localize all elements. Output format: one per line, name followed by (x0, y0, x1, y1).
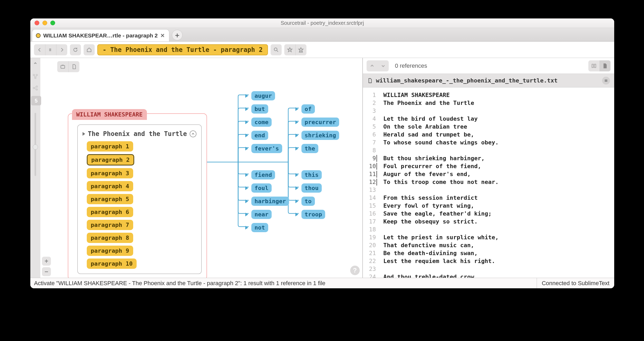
svg-marker-5 (288, 47, 292, 52)
bookmark-group (284, 44, 306, 55)
paragraph-node[interactable]: paragraph 2 (87, 154, 134, 165)
word-node[interactable]: the (301, 144, 318, 153)
symbol-icon (36, 33, 41, 38)
word-node[interactable]: but (251, 104, 268, 114)
refresh-button[interactable] (70, 44, 81, 55)
code-content: WILLIAM SHAKESPEAREThe Phoenix and the T… (379, 87, 614, 278)
word-node[interactable]: to (301, 197, 315, 206)
svg-point-3 (274, 48, 277, 51)
word-node[interactable]: foul (251, 183, 272, 193)
word-node[interactable]: this (301, 170, 322, 179)
zoom-controls: + − (42, 257, 51, 276)
hamburger-icon[interactable] (602, 77, 610, 85)
word-node[interactable]: come (251, 118, 272, 127)
svg-marker-6 (299, 47, 303, 52)
status-left: Activate "WILLIAM SHAKESPEARE - The Phoe… (30, 280, 325, 287)
expand-icon[interactable] (83, 132, 85, 136)
close-icon[interactable]: ✕ (160, 32, 165, 39)
bookmark-list-button[interactable] (295, 44, 306, 55)
word-node[interactable]: augur (251, 91, 275, 100)
word-node[interactable]: end (251, 131, 268, 140)
ref-nav-group (367, 60, 389, 71)
graph-mode-button-2[interactable] (30, 82, 40, 94)
svg-rect-15 (592, 64, 594, 67)
tab-active[interactable]: WILLIAM SHAKESPEAR…rtle - paragraph 2 ✕ (32, 29, 169, 41)
nav-group (34, 44, 67, 55)
graph-pane: 5 (30, 58, 363, 278)
tabbar: WILLIAM SHAKESPEAR…rtle - paragraph 2 ✕ … (30, 28, 614, 42)
back-button[interactable] (34, 44, 45, 55)
forward-button[interactable] (56, 44, 67, 55)
paragraph-node[interactable]: paragraph 7 (87, 220, 133, 230)
word-node[interactable]: troop (301, 210, 325, 219)
breadcrumb[interactable]: - The Phoenix and the Turtle - paragraph… (97, 44, 268, 55)
window-title: Sourcetrail - poetry_indexer.srctrlprj (281, 20, 364, 26)
snippet-view-button[interactable] (588, 60, 599, 71)
paragraph-node[interactable]: paragraph 3 (87, 168, 133, 178)
full-view-button[interactable] (599, 60, 611, 71)
collapse-panel-button[interactable] (30, 58, 40, 69)
paragraph-node[interactable]: paragraph 8 (87, 233, 133, 243)
app-window: Sourcetrail - poetry_indexer.srctrlprj W… (30, 18, 614, 288)
new-tab-button[interactable]: ＋ (172, 30, 182, 40)
depth-number: 5 (31, 96, 41, 105)
search-button[interactable] (271, 44, 282, 55)
svg-point-13 (36, 89, 38, 90)
svg-line-4 (277, 50, 278, 52)
word-node[interactable]: near (251, 210, 272, 219)
file-name: william_shakespeare_-_the_phoenix_and_th… (376, 77, 558, 84)
word-node[interactable]: of (301, 104, 315, 114)
paragraph-list: paragraph 1paragraph 2paragraph 3paragra… (81, 141, 198, 269)
toolbar: - The Phoenix and the Turtle - paragraph… (30, 42, 614, 58)
graph-sidebar: 5 (30, 58, 40, 278)
code-view-group (588, 60, 611, 71)
paragraph-node[interactable]: paragraph 10 (87, 259, 137, 269)
zoom-in-button[interactable]: + (42, 257, 51, 266)
paragraph-node[interactable]: paragraph 4 (87, 181, 133, 191)
author-card: WILLIAM SHAKESPEARE The Phoenix and the … (68, 113, 207, 278)
traffic-lights (35, 21, 55, 25)
file-header[interactable]: william_shakespeare_-_the_phoenix_and_th… (363, 74, 614, 87)
history-button[interactable] (45, 44, 56, 55)
word-node[interactable]: thou (301, 183, 322, 193)
word-node[interactable]: fiend (251, 170, 275, 179)
paragraph-node[interactable]: paragraph 9 (87, 246, 133, 256)
word-node[interactable]: not (251, 223, 268, 232)
titlebar: Sourcetrail - poetry_indexer.srctrlprj (30, 18, 614, 28)
code-area[interactable]: 123456789101112131415161718192021222324 … (363, 87, 614, 278)
collapse-icon[interactable] (190, 130, 196, 137)
references-count: 0 references (395, 62, 427, 69)
paragraph-node[interactable]: paragraph 1 (87, 141, 133, 152)
ref-next-button[interactable] (378, 60, 389, 71)
depth-slider[interactable] (30, 108, 40, 278)
status-right: Connected to SublimeText (537, 278, 614, 288)
main-body: 5 (30, 58, 614, 278)
bookmark-button[interactable] (284, 44, 295, 55)
word-node[interactable]: precurrer (301, 118, 339, 127)
section-title[interactable]: The Phoenix and the Turtle (88, 130, 187, 138)
code-pane: 0 references william_shakespeare_-_the_p… (363, 58, 614, 278)
graph-mode-button-1[interactable] (30, 71, 40, 82)
svg-rect-16 (594, 64, 596, 67)
close-button[interactable] (35, 21, 39, 25)
line-gutter: 123456789101112131415161718192021222324 (363, 87, 379, 278)
word-node[interactable]: fever's (251, 144, 282, 153)
graph-stage[interactable]: WILLIAM SHAKESPEARE The Phoenix and the … (40, 58, 362, 278)
paragraph-node[interactable]: paragraph 5 (87, 194, 133, 204)
tab-label: WILLIAM SHAKESPEAR…rtle - paragraph 2 (43, 32, 158, 39)
home-button[interactable] (84, 44, 95, 55)
ref-prev-button[interactable] (367, 60, 378, 71)
word-node[interactable]: harbinger (251, 197, 289, 206)
help-button[interactable]: ? (350, 266, 360, 275)
svg-point-12 (36, 86, 38, 87)
zoom-out-button[interactable]: − (42, 267, 51, 276)
word-node[interactable]: shrieking (301, 131, 339, 140)
paragraph-node[interactable]: paragraph 6 (87, 207, 133, 217)
author-name[interactable]: WILLIAM SHAKESPEARE (72, 109, 147, 120)
references-bar: 0 references (363, 58, 614, 74)
statusbar: Activate "WILLIAM SHAKESPEARE - The Phoe… (30, 278, 614, 288)
maximize-button[interactable] (50, 21, 55, 25)
poem-section: The Phoenix and the Turtle paragraph 1pa… (77, 124, 202, 274)
minimize-button[interactable] (42, 21, 47, 25)
file-icon (367, 78, 373, 84)
